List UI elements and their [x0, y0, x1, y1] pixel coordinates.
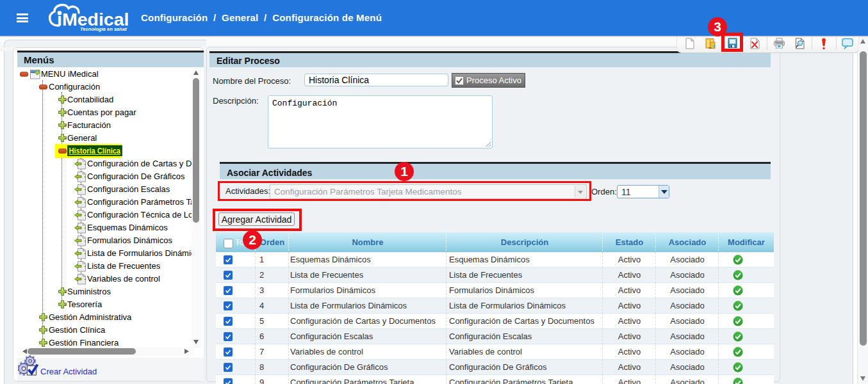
svg-text:Tecnología en salud: Tecnología en salud: [80, 26, 127, 32]
